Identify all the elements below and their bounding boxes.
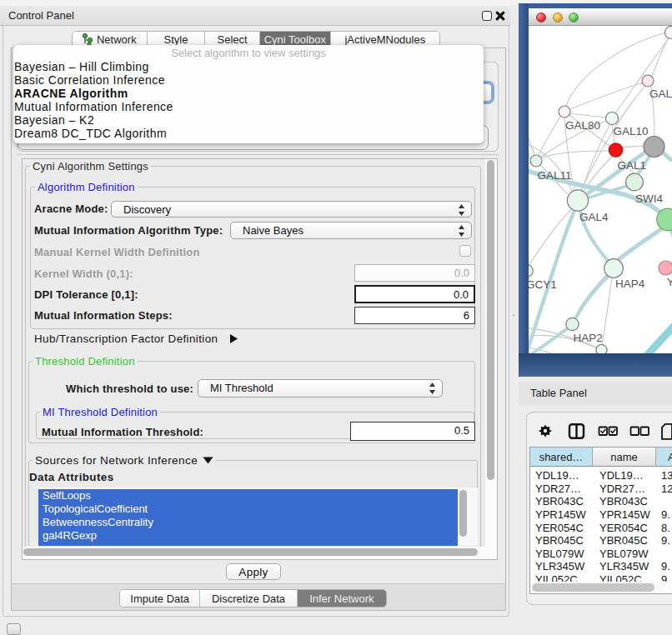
svg-text:HAP2: HAP2	[574, 332, 603, 344]
svg-text:YJ: YJ	[667, 276, 672, 288]
svg-text:GAL4: GAL4	[579, 211, 609, 223]
svg-text:GCY1: GCY1	[529, 278, 557, 291]
svg-text:GAL11: GAL11	[538, 169, 572, 182]
svg-text:GAL1: GAL1	[618, 159, 647, 172]
svg-text:HAP4: HAP4	[615, 278, 645, 290]
svg-text:GAL7: GAL7	[649, 88, 672, 100]
svg-text:SWI4: SWI4	[635, 192, 663, 205]
svg-text:GAL80: GAL80	[565, 119, 600, 132]
svg-text:GAL10: GAL10	[614, 125, 649, 138]
